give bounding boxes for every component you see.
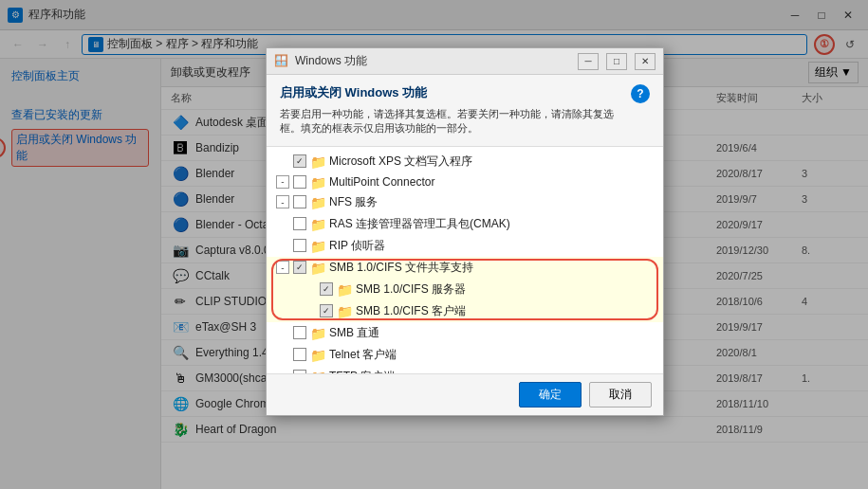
dialog-footer: 确定 取消 xyxy=(267,374,663,415)
feature-checkbox[interactable] xyxy=(293,175,306,189)
feature-expand[interactable]: - xyxy=(276,261,289,274)
ok-button[interactable]: 确定 xyxy=(519,382,582,408)
feature-checkbox[interactable] xyxy=(293,261,306,274)
feature-list-item[interactable]: 📁 Telnet 客户端 xyxy=(267,344,663,366)
feature-name: SMB 直通 xyxy=(329,325,379,341)
feature-list: 📁 Microsoft XPS 文档写入程序 - 📁 MultiPoint Co… xyxy=(267,147,663,374)
feature-checkbox[interactable] xyxy=(320,282,333,296)
help-icon[interactable]: ? xyxy=(631,84,650,103)
feature-checkbox[interactable] xyxy=(293,348,306,361)
dialog-title-text: Windows 功能 xyxy=(295,53,570,69)
feature-checkbox[interactable] xyxy=(293,217,306,230)
feature-list-item[interactable]: 📁 SMB 直通 xyxy=(267,322,663,344)
feature-name: MultiPoint Connector xyxy=(329,175,434,189)
feature-folder-icon: 📁 xyxy=(310,217,325,230)
dialog-header-desc: 若要启用一种功能，请选择其复选框。若要关闭一种功能，请清除其复选框。填充的框表示… xyxy=(280,107,621,136)
feature-folder-icon: 📁 xyxy=(310,348,325,361)
modal-overlay: 🪟 Windows 功能 ─ □ ✕ 启用或关闭 Windows 功能 若要启用… xyxy=(0,0,868,489)
feature-list-item[interactable]: 📁 RAS 连接管理器管理工具包(CMAK) xyxy=(267,213,663,235)
feature-checkbox[interactable] xyxy=(293,326,306,339)
feature-checkbox[interactable] xyxy=(293,154,306,168)
feature-checkbox[interactable] xyxy=(320,304,333,317)
dialog-window-icon: 🪟 xyxy=(274,54,289,69)
feature-name: Telnet 客户端 xyxy=(329,347,397,363)
dialog-title-bar: 🪟 Windows 功能 ─ □ ✕ xyxy=(267,48,663,75)
feature-name: RAS 连接管理器管理工具包(CMAK) xyxy=(329,216,510,232)
feature-name: NFS 服务 xyxy=(329,194,378,210)
feature-folder-icon: 📁 xyxy=(310,175,325,189)
feature-name: SMB 1.0/CIFS 文件共享支持 xyxy=(329,260,473,276)
dialog-minimize-button[interactable]: ─ xyxy=(578,53,599,70)
dialog-header-text: 启用或关闭 Windows 功能 若要启用一种功能，请选择其复选框。若要关闭一种… xyxy=(280,84,621,136)
dialog-close-button[interactable]: ✕ xyxy=(635,53,656,70)
feature-folder-icon: 📁 xyxy=(310,239,325,252)
feature-folder-icon: 📁 xyxy=(310,154,325,168)
feature-folder-icon: 📁 xyxy=(310,326,325,339)
feature-list-item[interactable]: - 📁 MultiPoint Connector xyxy=(267,172,663,191)
feature-list-item[interactable]: 📁 SMB 1.0/CIFS 服务器 xyxy=(267,279,663,300)
feature-folder-icon: 📁 xyxy=(337,282,352,296)
feature-checkbox[interactable] xyxy=(293,239,306,252)
feature-list-item[interactable]: 📁 SMB 1.0/CIFS 客户端 xyxy=(267,300,663,322)
feature-checkbox[interactable] xyxy=(293,195,306,208)
feature-name: SMB 1.0/CIFS 服务器 xyxy=(356,281,466,298)
feature-list-item[interactable]: 📁 TFTP 客户端 xyxy=(267,366,663,374)
feature-list-item[interactable]: - 📁 SMB 1.0/CIFS 文件共享支持 xyxy=(267,257,663,279)
feature-folder-icon: 📁 xyxy=(310,261,325,274)
feature-folder-icon: 📁 xyxy=(337,304,352,317)
feature-name: RIP 侦听器 xyxy=(329,238,385,254)
feature-name: Microsoft XPS 文档写入程序 xyxy=(329,154,472,170)
feature-name: SMB 1.0/CIFS 客户端 xyxy=(356,303,466,319)
feature-list-item[interactable]: 📁 RIP 侦听器 xyxy=(267,235,663,257)
feature-dialog: 🪟 Windows 功能 ─ □ ✕ 启用或关闭 Windows 功能 若要启用… xyxy=(266,47,664,416)
cancel-button[interactable]: 取消 xyxy=(589,382,652,408)
feature-list-item[interactable]: - 📁 NFS 服务 xyxy=(267,191,663,213)
feature-folder-icon: 📁 xyxy=(310,195,325,208)
dialog-header-title: 启用或关闭 Windows 功能 xyxy=(280,84,621,101)
dialog-header: 启用或关闭 Windows 功能 若要启用一种功能，请选择其复选框。若要关闭一种… xyxy=(267,75,663,147)
feature-list-item[interactable]: 📁 Microsoft XPS 文档写入程序 xyxy=(267,151,663,172)
dialog-maximize-button[interactable]: □ xyxy=(606,53,627,70)
feature-expand[interactable]: - xyxy=(276,195,289,208)
feature-expand[interactable]: - xyxy=(276,175,289,189)
